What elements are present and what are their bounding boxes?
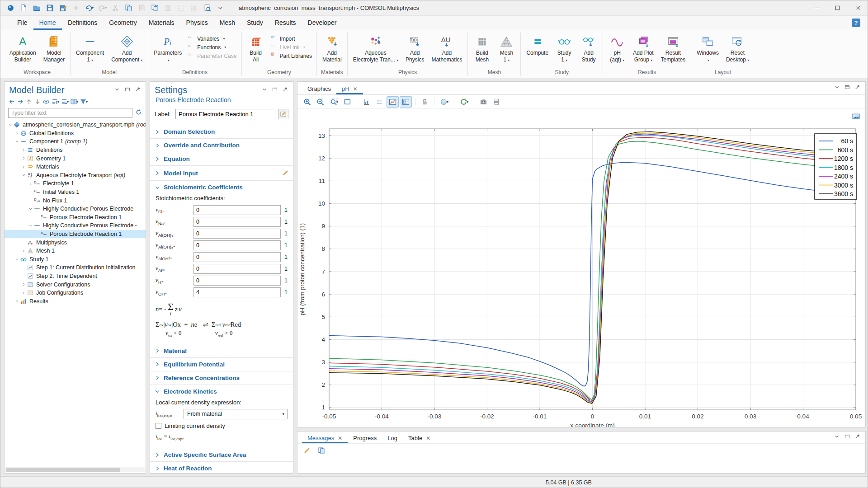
filter-button[interactable]: ▾ (80, 98, 88, 105)
tree-item[interactable]: Global Definitions (5, 129, 146, 138)
zoom-box-button[interactable] (341, 96, 354, 108)
tab-close-icon[interactable]: ✕ (353, 86, 358, 92)
add-physics-button[interactable]: AddPhysics (402, 33, 428, 64)
tree-filter-input[interactable] (8, 108, 132, 118)
menu-item-file[interactable]: File (11, 16, 33, 30)
panel-chevron-down-button[interactable] (114, 86, 120, 94)
label-input[interactable] (175, 109, 275, 119)
minimize-button[interactable] (806, 0, 827, 15)
expand-arrow-icon[interactable] (14, 299, 20, 303)
update-plot-button[interactable]: ▾ (458, 96, 471, 108)
plot-canvas[interactable]: -0.05-0.04-0.03-0.02-0.0100.010.020.030.… (297, 109, 865, 427)
menu-item-results[interactable]: Results (269, 16, 302, 30)
section-header[interactable]: Heat of Reaction (150, 462, 293, 474)
tree-item[interactable]: Definitions (5, 146, 146, 155)
tree-item[interactable]: DInitial Values 1 (5, 188, 146, 197)
tree-item[interactable]: Highly Conductive Porous Electrode - (5, 205, 146, 213)
tree-item[interactable]: Multiphysics (5, 238, 146, 247)
coefficient-input-AlOH²⁺[interactable] (193, 252, 281, 262)
tree-item[interactable]: Results (5, 297, 146, 305)
rename-button[interactable] (278, 109, 288, 119)
tree-item[interactable]: Highly Conductive Porous Electrode - (5, 221, 146, 230)
section-header[interactable]: Model Input (150, 166, 293, 180)
open-file-button[interactable] (31, 2, 42, 14)
comsol-logo-button[interactable] (5, 2, 16, 14)
study-1-button[interactable]: Study1▾ (552, 33, 576, 65)
tree-item[interactable]: Solver Configurations (5, 280, 146, 289)
zoom-extents-button[interactable]: ▾ (327, 96, 340, 108)
expand-arrow-icon[interactable] (21, 282, 27, 286)
tree-item[interactable]: Step 1: Current Distribution Initializat… (5, 263, 146, 272)
variables-button[interactable]: a=Variables▾ (188, 35, 236, 42)
expand-arrow-icon[interactable] (21, 148, 27, 152)
tree-item[interactable]: Mesh 1 (5, 247, 146, 255)
lock-axes-button[interactable] (419, 96, 431, 108)
aqueous-electrolyte-button[interactable]: + −AqueousElectrolyte Tran...▾ (349, 33, 402, 65)
parameter-case-button[interactable]: PiParameter Case (188, 52, 236, 59)
undo-button[interactable]: ▾ (84, 2, 95, 14)
find-button[interactable] (202, 2, 213, 14)
tab-messages[interactable]: Messages✕ (302, 432, 348, 443)
grid-lines-button[interactable] (373, 96, 386, 108)
coefficient-input-Cl⁻[interactable] (193, 205, 281, 215)
coefficient-input-Na⁺[interactable] (193, 217, 281, 227)
panel-pin-button[interactable] (854, 433, 861, 441)
collapse-arrow-icon[interactable] (28, 224, 33, 228)
livelink-button[interactable]: LiveLink▾ (271, 44, 312, 51)
menu-item-materials[interactable]: Materials (143, 16, 180, 30)
panel-pin-button[interactable] (854, 84, 861, 92)
new-file-button[interactable] (18, 2, 29, 14)
collapse-arrow-icon[interactable] (14, 140, 20, 144)
tab-log[interactable]: Log (382, 432, 403, 443)
tree-item[interactable]: DPorous Electrode Reaction 1 (5, 213, 146, 222)
parameters-button[interactable]: PiParameters▾ (150, 33, 185, 65)
maximize-button[interactable] (827, 0, 848, 15)
panel-float-button[interactable] (844, 84, 850, 92)
menu-item-mesh[interactable]: Mesh (214, 16, 241, 30)
quickbar-overflow-button[interactable] (215, 2, 226, 14)
menu-item-definitions[interactable]: Definitions (62, 16, 103, 30)
collapse-arrow-icon[interactable] (21, 173, 27, 177)
add-plot-group-button[interactable]: Add PlotGroup▾ (629, 33, 657, 65)
mesh-1-button[interactable]: Mesh1▾ (494, 33, 519, 65)
copy-button[interactable] (123, 2, 134, 14)
section-header[interactable]: Equilibrium Potential (150, 358, 293, 371)
tab-table[interactable]: Table✕ (403, 432, 436, 443)
section-header[interactable]: Domain Selection (150, 125, 293, 138)
scrollbar-thumb[interactable] (6, 468, 120, 472)
close-button[interactable] (848, 0, 868, 15)
add-component-button[interactable]: AddComponent▾ (108, 33, 146, 65)
tree-item[interactable]: +−Aqueous Electrolyte Transport(aqt) (5, 171, 146, 180)
add-material-button[interactable]: AddMaterial (319, 33, 345, 64)
move-down-button[interactable] (34, 98, 41, 105)
tree-columns-button[interactable]: ▾ (70, 98, 78, 105)
import-button[interactable]: Import (271, 35, 312, 42)
result-templates-button[interactable]: ResultTemplates (657, 33, 689, 64)
back-button[interactable] (8, 98, 15, 105)
panel-float-button[interactable] (272, 86, 278, 94)
tab-close-icon[interactable]: ✕ (338, 435, 342, 441)
save-as-button[interactable] (57, 2, 69, 14)
section-header[interactable]: Override and Contribution (150, 139, 293, 152)
tree-item[interactable]: Step 2: Time Dependent (5, 272, 146, 281)
menu-item-geometry[interactable]: Geometry (103, 16, 142, 30)
limiting-current-checkbox[interactable] (156, 423, 161, 429)
application-builder-button[interactable]: AApplicationBuilder (6, 33, 40, 64)
panel-float-button[interactable] (844, 433, 850, 441)
section-header[interactable]: Electrode Kinetics (150, 385, 293, 398)
snapshot-button[interactable] (477, 96, 490, 108)
tab-ph[interactable]: pH✕ (336, 82, 363, 94)
build-all-button[interactable]: BuildAll (244, 33, 268, 64)
expand-arrow-icon[interactable] (21, 291, 27, 295)
panel-chevron-down-button[interactable] (261, 86, 268, 94)
forward-button[interactable] (17, 98, 24, 105)
reset-desktop-button[interactable]: ResetDesktop▾ (722, 33, 753, 65)
axis-chart-button[interactable] (360, 96, 373, 108)
tab-graphics[interactable]: Graphics (302, 82, 336, 94)
expand-arrow-icon[interactable] (28, 182, 33, 186)
tree-item[interactable]: DPorous Electrode Reaction 1 (5, 230, 146, 239)
clear-messages-button[interactable] (301, 445, 313, 456)
coefficient-input-Al(OH)₂⁺[interactable] (193, 240, 281, 250)
collapse-arrow-icon[interactable] (7, 123, 13, 127)
help-button[interactable]: ? (852, 19, 860, 27)
